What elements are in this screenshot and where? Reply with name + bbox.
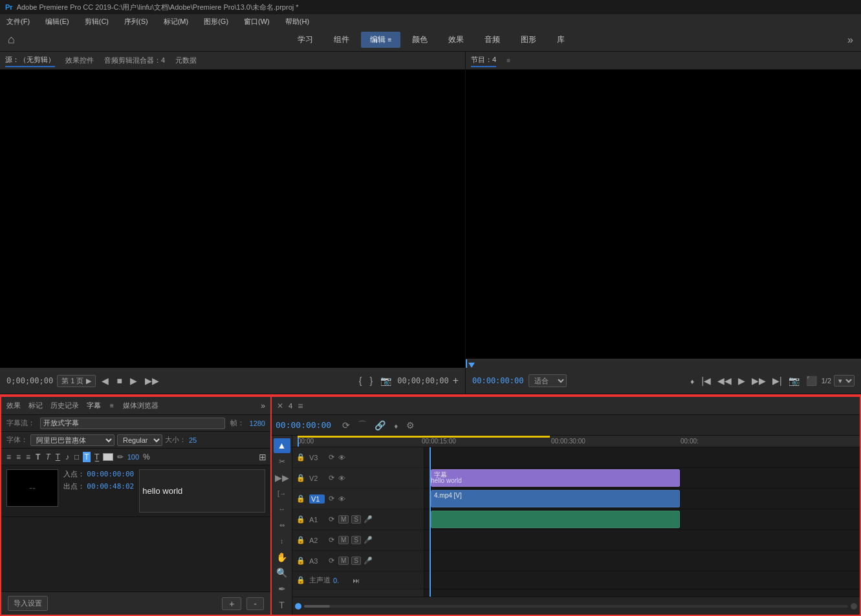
track-content-v3[interactable] (424, 447, 860, 468)
v3-eye[interactable]: 👁 (338, 454, 345, 462)
prog-play-btn[interactable]: ▶ (736, 374, 747, 387)
v1-label[interactable]: V1 (309, 494, 325, 504)
v3-lock[interactable]: 🔒 (295, 452, 307, 462)
text-italic-btn[interactable]: T (44, 452, 51, 462)
remove-caption-btn[interactable]: - (246, 597, 264, 610)
music-note-btn[interactable]: ♪ (64, 452, 71, 462)
add-caption-btn[interactable]: + (222, 597, 241, 610)
v1-lock[interactable]: 🔒 (295, 494, 307, 504)
captions-stream-input[interactable] (40, 418, 225, 429)
tab-program[interactable]: 节目：4 (471, 54, 496, 67)
a2-solo[interactable]: S (351, 536, 361, 544)
page-select[interactable]: ▾ (834, 375, 855, 387)
select-tool[interactable]: ▲ (274, 438, 290, 453)
v2-label[interactable]: V2 (309, 474, 325, 482)
slip-tool[interactable]: ↕ (274, 534, 290, 549)
add-marker-tool[interactable]: ⬧ (391, 419, 400, 432)
a2-sync[interactable]: ⟳ (327, 535, 336, 545)
nav-more-icon[interactable]: » (847, 34, 853, 46)
nav-tab-effects[interactable]: 效果 (439, 32, 473, 48)
a2-label[interactable]: A2 (309, 536, 325, 544)
a3-label[interactable]: A3 (309, 557, 325, 565)
font-select[interactable]: 阿里巴巴普惠体 (30, 434, 114, 446)
timeline-menu-icon[interactable]: ≡ (298, 401, 303, 411)
source-page-indicator[interactable]: 第 1 页 ▶ (57, 375, 96, 387)
menu-file[interactable]: 文件(F) (4, 16, 32, 28)
nav-tab-edit[interactable]: 编辑 ≡ (361, 32, 401, 48)
a1-mute[interactable]: M (338, 515, 349, 524)
pen-tool[interactable]: ✒ (274, 582, 290, 597)
track-content-a1[interactable] (424, 509, 860, 530)
roll-edit-tool[interactable]: ↔ (274, 502, 290, 517)
hand-tool[interactable]: ✋ (274, 549, 290, 564)
master-volume[interactable] (333, 577, 349, 584)
tab-effect-controls[interactable]: 效果控件 (65, 54, 94, 67)
home-icon[interactable]: ⌂ (8, 33, 15, 47)
a3-mute[interactable]: M (338, 557, 349, 565)
a1-solo[interactable]: S (351, 515, 361, 524)
nav-tab-graphics[interactable]: 图形 (512, 32, 545, 48)
tab-captions[interactable]: 字幕 (87, 401, 101, 410)
align-left-btn[interactable]: ≡ (5, 452, 12, 462)
v3-sync[interactable]: ⟳ (327, 452, 336, 462)
menu-clip[interactable]: 剪辑(C) (82, 16, 111, 28)
timeline-close-btn[interactable]: ✕ (277, 401, 283, 410)
a2-lock[interactable]: 🔒 (295, 535, 307, 545)
tab-source[interactable]: 源：（无剪辑） (5, 54, 55, 67)
clip-text-preview[interactable]: hello world (139, 469, 265, 513)
razor-tool[interactable]: ✂ (274, 454, 290, 469)
video-clip-block[interactable]: 4.mp4 [V] (431, 490, 680, 507)
source-camera-btn[interactable]: 📷 (378, 374, 393, 387)
prog-step-fwd[interactable]: ▶▶ (750, 374, 768, 387)
track-content-a3[interactable] (424, 551, 860, 571)
settings-tool[interactable]: ⚙ (404, 419, 417, 432)
source-timecode-right[interactable]: 00;00;00;00 (397, 376, 448, 385)
fit-select[interactable]: 适合 25% 50% 75% 100% (529, 374, 567, 387)
snap-tool[interactable]: ⟳ (340, 419, 352, 432)
source-timecode-left[interactable]: 0;00;00;00 (6, 376, 53, 385)
rate-stretch-tool[interactable]: ⇔ (274, 518, 290, 533)
menu-edit[interactable]: 编辑(E) (43, 16, 72, 28)
nav-tab-learn[interactable]: 学习 (289, 32, 322, 48)
prog-camera-btn[interactable]: 📷 (787, 374, 801, 387)
menu-graphics[interactable]: 图形(G) (201, 16, 231, 28)
text-tool[interactable]: T (274, 597, 290, 612)
style-select[interactable]: Regular Bold Italic (117, 434, 162, 446)
text-outline-btn[interactable]: T̲ (93, 452, 100, 462)
a1-label[interactable]: A1 (309, 516, 325, 524)
linked-sel-tool[interactable]: 🔗 (373, 419, 387, 432)
v1-eye[interactable]: 👁 (338, 495, 345, 503)
prog-export-frame[interactable]: ⬛ (804, 374, 819, 387)
audio-clip-block[interactable] (431, 511, 680, 528)
nav-tab-audio[interactable]: 音频 (475, 32, 509, 48)
box-btn[interactable]: □ (73, 452, 80, 462)
tab-metadata[interactable]: 元数据 (175, 54, 197, 67)
align-right-btn[interactable]: ≡ (25, 452, 32, 462)
nav-tab-color[interactable]: 颜色 (403, 32, 437, 48)
track-content-v1[interactable]: 4.mp4 [V] (424, 489, 860, 509)
prog-mark-in[interactable]: ⬧ (688, 374, 697, 387)
menu-help[interactable]: 帮助(H) (283, 16, 312, 28)
menu-marker[interactable]: 标记(M) (161, 16, 191, 28)
source-stop-btn[interactable]: ■ (114, 374, 124, 387)
source-prev-btn[interactable]: ◀ (100, 374, 111, 387)
a3-sync[interactable]: ⟳ (327, 556, 336, 566)
tab-media-browser[interactable]: 媒体浏览器 (123, 401, 158, 410)
timeline-scrollbar[interactable] (304, 605, 848, 608)
master-lock[interactable]: 🔒 (295, 575, 307, 585)
source-add-btn[interactable]: + (453, 375, 459, 387)
v2-lock[interactable]: 🔒 (295, 473, 307, 483)
menu-window[interactable]: 窗口(W) (241, 16, 272, 28)
v2-eye[interactable]: 👁 (338, 474, 345, 482)
source-play-btn[interactable]: ▶ (128, 374, 139, 387)
v2-sync[interactable]: ⟳ (327, 473, 336, 483)
lower-panel-more[interactable]: » (261, 401, 265, 410)
prog-next-mark[interactable]: ▶| (770, 374, 784, 387)
color-swatch[interactable] (103, 453, 113, 461)
track-content-v2[interactable]: 字幕 hello world (424, 468, 860, 489)
a2-mute[interactable]: M (338, 536, 349, 544)
import-settings-btn[interactable]: 导入设置 (8, 596, 48, 611)
nav-tab-library[interactable]: 库 (548, 32, 574, 48)
align-center-btn[interactable]: ≡ (15, 452, 22, 462)
scroll-right-btn[interactable] (851, 603, 857, 610)
